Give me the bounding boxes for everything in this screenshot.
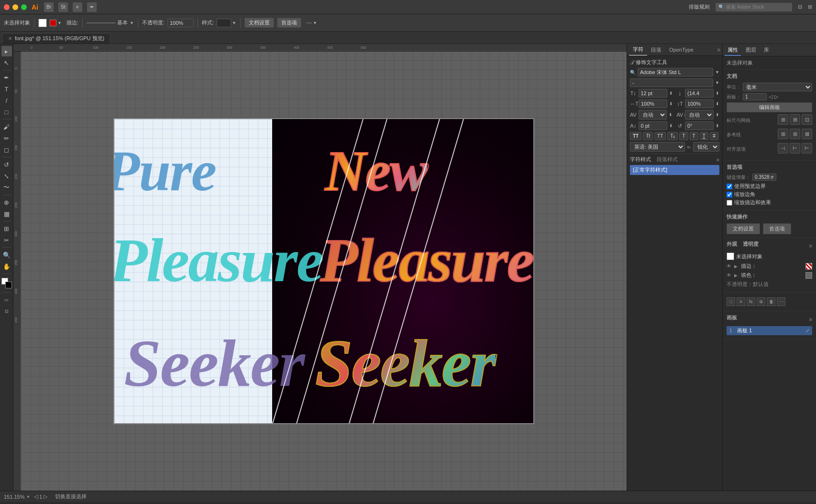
style-preview[interactable] [217,19,231,27]
pixel-preview-icon[interactable]: ⊡ [802,114,812,125]
tab-layers[interactable]: 图层 [743,45,759,56]
stroke-eye-icon[interactable]: 👁 [727,263,732,269]
doc-settings-toolbar-btn[interactable]: 文档设置 [244,18,274,28]
stroke-arrow[interactable]: ▶ [734,264,739,269]
prev-page-btn[interactable]: ◁ [34,493,38,500]
stroke-selector[interactable]: ▼ [50,20,62,26]
artboard-1-navigate[interactable]: ⤢ [805,328,809,333]
canvas-area[interactable]: Pure New Pleasure Pleasure Seeker Seeker [21,52,627,491]
kern-stepper[interactable]: ⬍ [669,112,673,117]
font-style-input[interactable] [630,78,713,87]
scale-h-input[interactable] [639,99,667,108]
align-left-icon[interactable]: ⊣ [778,143,788,153]
tab-properties[interactable]: 属性 [725,45,741,56]
zoom-dropdown[interactable]: ▼ [26,494,30,499]
all-caps-btn[interactable]: TT [654,132,666,140]
page-nav[interactable]: ◁ 1 ▷ [34,493,47,500]
style-selector[interactable]: ▼ [217,19,236,27]
artboard-tool[interactable]: ⊞ [1,223,12,234]
font-name-input[interactable] [638,68,713,77]
bridge-icon[interactable]: Br [44,2,54,12]
edit-artboard-btn[interactable]: 编辑画板 [727,102,812,112]
close-button[interactable] [4,4,10,10]
size-stepper[interactable]: ⬍ [669,91,673,96]
copy-appear-icon[interactable]: ⧉ [757,297,765,306]
language-select[interactable]: 英语: 美国 中文 [630,142,685,152]
stroke-dropdown[interactable]: ▼ [130,21,134,25]
scale-v-stepper[interactable]: ⬍ [716,101,719,106]
tab-library[interactable]: 库 [761,45,772,56]
kern-select[interactable]: 自动 视觉 0 [639,110,667,120]
normal-char-style[interactable]: [正常字符样式] [630,165,719,175]
maximize-button[interactable] [21,4,27,10]
para-style-label[interactable]: 段落样式 [657,156,678,163]
scale-v-input[interactable] [685,99,714,108]
opacity-input[interactable] [167,19,194,27]
fill-appear-swatch[interactable] [805,272,812,279]
warp-tool[interactable]: 〜 [1,182,12,193]
track-select[interactable]: 自动 [685,110,714,120]
guide-icon-2[interactable]: ⊞ [790,129,800,139]
stroke-swatch-area[interactable] [805,263,812,270]
draw-normal-btn[interactable]: ▭ [1,295,12,305]
panel-icon-1[interactable]: ⊟ [798,4,802,10]
superscript-btn[interactable]: T [679,132,688,140]
ruler-icon[interactable]: ⊞ [778,114,788,125]
tab-opentype[interactable]: OpenType [665,45,697,55]
pencil-tool[interactable]: ✏ [1,133,12,143]
rotation-stepper[interactable]: ⬍ [716,123,719,128]
baseline-stepper[interactable]: ⬍ [669,123,673,128]
fill-swatch[interactable] [38,19,47,27]
grid-icon[interactable]: ⊞ [790,114,800,125]
strikethrough-btn[interactable]: T̶ [710,132,718,140]
preview-bounds-checkbox[interactable] [727,184,732,189]
prefs-qa-btn[interactable]: 首选项 [763,223,791,234]
line-tool[interactable]: / [1,95,12,106]
symbol-sprayer-tool[interactable]: ⊕ [1,197,12,208]
stroke-preview[interactable]: 基本 ▼ [87,19,134,26]
document-tab[interactable]: ✕ font.jpg* @ 151.15% (RGB/GPU 预览) [2,33,110,44]
align-right-icon[interactable]: ⊢ [802,143,812,153]
scale-tool[interactable]: ⤡ [1,171,12,181]
new-appear-icon[interactable]: □ [727,297,735,306]
stock-search[interactable]: 🔍 搜索 Adobe Stock [716,3,792,11]
fill-swatch-area[interactable] [805,272,812,279]
char-style-label[interactable]: 字符样式 [630,156,651,163]
layout-icon[interactable]: ≡ [73,2,82,12]
doc-settings-qa-btn[interactable]: 文档设置 [727,223,760,234]
tab-close-btn[interactable]: ✕ [8,36,12,41]
stroke-dropdown-icon[interactable]: ▼ [57,21,62,25]
sharp-select[interactable]: 锐化 平滑 [693,142,719,152]
artwork[interactable]: Pure New Pleasure Pleasure Seeker Seeker [113,118,534,424]
fill-eye-icon[interactable]: 👁 [727,273,732,278]
panel-close-btn[interactable]: ≡ [717,47,720,53]
italic-btn[interactable]: Tt [643,132,653,140]
panel-icon-2[interactable]: ⊞ [808,4,812,10]
subscript-btn[interactable]: T [690,132,698,140]
stroke-swatch[interactable] [50,20,56,26]
guide-icon-3[interactable]: ⊠ [802,129,812,139]
artboard-count[interactable] [743,93,767,100]
eraser-tool[interactable]: ◻ [1,144,12,155]
bold-btn[interactable]: TT [630,132,641,140]
artboard-1-row[interactable]: 1 画板 1 ⤢ [727,326,812,335]
appear-panel-menu[interactable]: ≡ [809,243,812,249]
tab-para[interactable]: 段落 [647,44,665,55]
type-tool[interactable]: T [1,84,12,94]
underline-btn[interactable]: T [700,132,708,140]
baseline-input[interactable] [639,121,667,130]
leading-stepper[interactable]: ⬍ [716,91,719,96]
del-appear-icon[interactable]: 🗑 [767,297,775,306]
track-stepper[interactable]: ⬍ [716,112,719,117]
scale-stroke-checkbox[interactable] [727,200,732,206]
extras-btn[interactable]: ⋯ ▼ [306,20,317,26]
fx-icon[interactable]: fx [747,297,755,306]
next-page-btn[interactable]: ▷ [44,493,47,500]
guide-icon-1[interactable]: ⊞ [778,129,788,139]
artboard-prev-btn[interactable]: ◁ [769,94,772,100]
direct-select-tool[interactable]: ↖ [1,57,12,68]
rotation-input[interactable] [685,121,714,130]
style-dropdown-icon[interactable]: ▼ [715,80,719,85]
preferences-toolbar-btn[interactable]: 首选项 [277,18,301,28]
tab-char[interactable]: 字符 [629,44,647,55]
